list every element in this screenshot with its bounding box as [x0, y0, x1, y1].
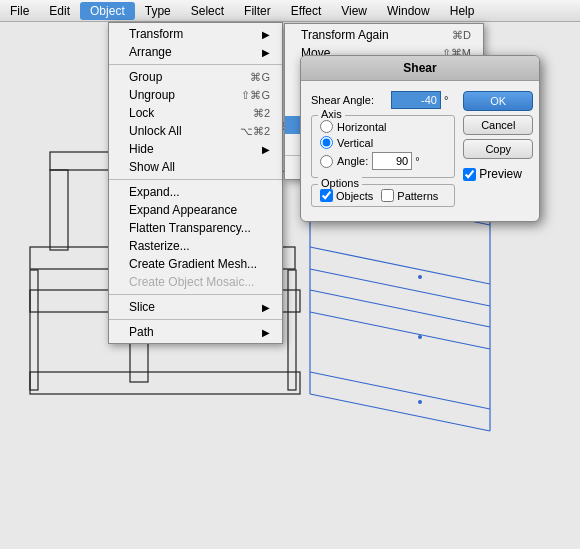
patterns-checkbox[interactable]: [381, 189, 394, 202]
objects-label: Objects: [336, 190, 373, 202]
objects-checkbox[interactable]: [320, 189, 333, 202]
menu-filter[interactable]: Filter: [234, 2, 281, 20]
menu-object[interactable]: Object: [80, 2, 135, 20]
copy-button[interactable]: Copy: [463, 139, 533, 159]
menu-item-ungroup[interactable]: Ungroup ⇧⌘G: [109, 86, 282, 104]
svg-point-25: [418, 335, 422, 339]
axis-angle-row: Angle: °: [320, 152, 446, 170]
preview-row: Preview: [463, 167, 533, 181]
menu-window[interactable]: Window: [377, 2, 440, 20]
patterns-option-row: Patterns: [381, 189, 438, 202]
dialog-titlebar: Shear: [301, 56, 539, 81]
arrange-arrow-icon: ▶: [262, 47, 270, 58]
axis-vertical-row: Vertical: [320, 136, 446, 149]
axis-horizontal-row: Horizontal: [320, 120, 446, 133]
degree-symbol: °: [444, 94, 448, 106]
submenu-arrow-icon: ▶: [262, 29, 270, 40]
hide-arrow-icon: ▶: [262, 144, 270, 155]
submenu-transform-again[interactable]: Transform Again ⌘D: [285, 26, 483, 44]
menu-item-expand-appearance[interactable]: Expand Appearance: [109, 201, 282, 219]
menu-item-gradient-mesh[interactable]: Create Gradient Mesh...: [109, 255, 282, 273]
axis-vertical-label: Vertical: [337, 137, 373, 149]
menu-help[interactable]: Help: [440, 2, 485, 20]
axis-horizontal-label: Horizontal: [337, 121, 387, 133]
menu-item-label: Transform: [129, 27, 183, 41]
dialog-buttons: OK Cancel Copy Preview: [463, 91, 533, 181]
menu-item-hide[interactable]: Hide ▶: [109, 140, 282, 158]
menu-item-lock[interactable]: Lock ⌘2: [109, 104, 282, 122]
menu-effect[interactable]: Effect: [281, 2, 331, 20]
menu-item-group[interactable]: Group ⌘G: [109, 68, 282, 86]
axis-angle-input[interactable]: [372, 152, 412, 170]
transform-menu: Transform ▶ Transform Again ⌘D Move... ⇧…: [108, 22, 283, 344]
axis-section: Axis Horizontal Vertical Angle: °: [311, 115, 455, 178]
menu-select[interactable]: Select: [181, 2, 234, 20]
menu-item-flatten[interactable]: Flatten Transparency...: [109, 219, 282, 237]
cancel-button[interactable]: Cancel: [463, 115, 533, 135]
menu-item-arrange[interactable]: Arrange ▶: [109, 43, 282, 61]
menu-file[interactable]: File: [0, 2, 39, 20]
menu-item-show-all[interactable]: Show All: [109, 158, 282, 176]
axis-vertical-radio[interactable]: [320, 136, 333, 149]
dialog-title: Shear: [403, 61, 436, 75]
menu-edit[interactable]: Edit: [39, 2, 80, 20]
menu-item-slice[interactable]: Slice ▶: [109, 298, 282, 316]
menu-item-path[interactable]: Path ▶: [109, 323, 282, 341]
separator-2: [109, 179, 282, 180]
shear-angle-input[interactable]: [391, 91, 441, 109]
menu-item-expand[interactable]: Expand...: [109, 183, 282, 201]
menu-item-unlock-all[interactable]: Unlock All ⌥⌘2: [109, 122, 282, 140]
patterns-label: Patterns: [397, 190, 438, 202]
axis-angle-radio[interactable]: [320, 155, 333, 168]
menu-item-object-mosaic: Create Object Mosaic...: [109, 273, 282, 291]
menu-view[interactable]: View: [331, 2, 377, 20]
menu-type[interactable]: Type: [135, 2, 181, 20]
menubar: File Edit Object Type Select Filter Effe…: [0, 0, 580, 22]
ok-button[interactable]: OK: [463, 91, 533, 111]
shear-angle-row: Shear Angle: °: [311, 91, 455, 109]
svg-point-24: [418, 275, 422, 279]
menu-item-transform[interactable]: Transform ▶ Transform Again ⌘D Move... ⇧…: [109, 25, 282, 43]
path-arrow-icon: ▶: [262, 327, 270, 338]
svg-point-26: [418, 400, 422, 404]
separator-4: [109, 319, 282, 320]
separator-1: [109, 64, 282, 65]
menu-item-rasterize[interactable]: Rasterize...: [109, 237, 282, 255]
objects-option-row: Objects: [320, 189, 373, 202]
axis-label: Axis: [318, 108, 345, 120]
preview-checkbox[interactable]: [463, 168, 476, 181]
slice-arrow-icon: ▶: [262, 302, 270, 313]
separator-3: [109, 294, 282, 295]
shear-dialog: Shear Shear Angle: ° Axis Horizontal: [300, 55, 540, 222]
preview-label: Preview: [479, 167, 522, 181]
axis-horizontal-radio[interactable]: [320, 120, 333, 133]
dialog-body: Shear Angle: ° Axis Horizontal Vertical: [301, 81, 539, 221]
axis-angle-label: Angle:: [337, 155, 368, 167]
shear-angle-label: Shear Angle:: [311, 94, 391, 106]
options-section: Options Objects Patterns: [311, 184, 455, 207]
options-label: Options: [318, 177, 362, 189]
